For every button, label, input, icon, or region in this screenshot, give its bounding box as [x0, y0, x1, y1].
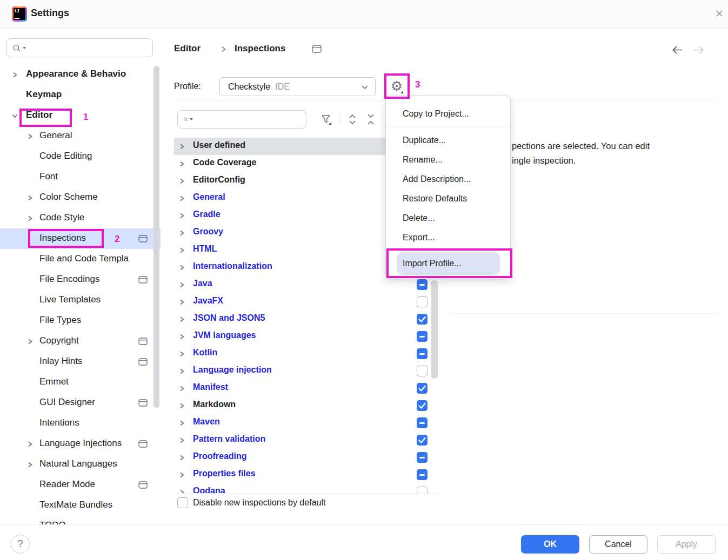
tree-row-properties-files[interactable]: Properties files: [174, 466, 439, 483]
breadcrumb-editor[interactable]: Editor: [174, 43, 201, 53]
tree-row-qodana[interactable]: Qodana: [174, 483, 439, 493]
footer-separator: [0, 524, 728, 525]
sidebar-search[interactable]: [6, 38, 153, 57]
tree-row-checkbox[interactable]: [417, 331, 428, 342]
sidebar-item-file-encodings[interactable]: File Encodings: [0, 269, 161, 290]
tree-row-language-injection[interactable]: Language injection: [174, 362, 439, 380]
tree-row-kotlin[interactable]: Kotlin: [174, 345, 439, 362]
tree-row-maven[interactable]: Maven: [174, 414, 439, 431]
sidebar-item-appearance-behavio[interactable]: Appearance & Behavio: [0, 64, 161, 85]
sidebar-item-file-types[interactable]: File Types: [0, 311, 161, 331]
sidebar-item-reader-mode[interactable]: Reader Mode: [0, 475, 161, 495]
sidebar-item-natural-languages[interactable]: Natural Languages: [0, 454, 161, 475]
close-button[interactable]: [712, 6, 726, 21]
tree-row-label: EditorConfig: [193, 175, 245, 185]
tree-row-pattern-validation[interactable]: Pattern validation: [174, 431, 439, 449]
apply-button[interactable]: Apply: [657, 535, 716, 554]
tree-row-markdown[interactable]: Markdown: [174, 397, 439, 414]
sidebar-item-gui-designer[interactable]: GUI Designer: [0, 393, 161, 413]
tree-row-proofreading[interactable]: Proofreading: [174, 449, 439, 466]
tree-row-checkbox[interactable]: [417, 452, 428, 463]
sidebar-item-inspections[interactable]: Inspections: [0, 228, 161, 249]
chevron-right-icon: [26, 441, 34, 448]
profile-select[interactable]: Checkstyle IDE: [219, 77, 376, 96]
tree-scrollbar-thumb[interactable]: [431, 280, 438, 379]
menu-item-import-profile[interactable]: Import Profile...: [397, 252, 500, 275]
menu-item-restore-defaults[interactable]: Restore Defaults: [386, 189, 510, 208]
sidebar-item-textmate-bundles[interactable]: TextMate Bundles: [0, 495, 161, 516]
sidebar-item-file-and-code-templa[interactable]: File and Code Templa: [0, 249, 161, 269]
profile-value: Checkstyle: [228, 82, 270, 92]
chevron-right-icon: [178, 316, 185, 323]
menu-separator: [386, 127, 510, 127]
sidebar-item-code-editing[interactable]: Code Editing: [0, 146, 161, 167]
sidebar-scrollbar-thumb[interactable]: [153, 66, 159, 408]
tree-row-javafx[interactable]: JavaFX: [174, 293, 439, 311]
filter-button[interactable]: [319, 112, 333, 126]
help-button[interactable]: ?: [11, 535, 30, 554]
chevron-right-icon: [26, 461, 34, 468]
menu-item-delete[interactable]: Delete...: [386, 208, 510, 228]
description-text-line-2: ingle inspection.: [512, 156, 576, 166]
tree-row-label: User defined: [193, 140, 245, 150]
sidebar-item-font[interactable]: Font: [0, 167, 161, 187]
chevron-right-icon: [178, 385, 185, 392]
expand-all-button[interactable]: [345, 112, 359, 126]
sidebar-item-todo[interactable]: TODO: [0, 516, 161, 524]
sidebar-item-language-injections[interactable]: Language Injections: [0, 434, 161, 454]
menu-item-duplicate[interactable]: Duplicate...: [386, 131, 510, 150]
ok-button[interactable]: OK: [521, 535, 579, 554]
tree-row-checkbox[interactable]: [417, 383, 428, 394]
cancel-button[interactable]: Cancel: [589, 535, 647, 554]
tree-row-manifest[interactable]: Manifest: [174, 380, 439, 397]
tree-row-checkbox[interactable]: [417, 469, 428, 480]
menu-item-add-description[interactable]: Add Description...: [386, 170, 510, 189]
inspections-search[interactable]: [177, 110, 306, 129]
tree-row-checkbox[interactable]: [417, 296, 428, 307]
tree-row-checkbox[interactable]: [417, 487, 428, 493]
tree-row-checkbox[interactable]: [417, 314, 428, 325]
chevron-right-icon: [178, 264, 185, 271]
sidebar-item-live-templates[interactable]: Live Templates: [0, 290, 161, 311]
profile-actions-button[interactable]: ⚙: [389, 78, 405, 95]
tree-row-jvm-languages[interactable]: JVM languages: [174, 328, 439, 345]
sidebar-item-label: File and Code Templa: [39, 253, 129, 264]
tree-row-json-and-json5[interactable]: JSON and JSON5: [174, 311, 439, 328]
sidebar-item-editor[interactable]: Editor: [0, 105, 161, 126]
window-icon: [138, 399, 148, 407]
sidebar-item-label: Color Scheme: [39, 192, 98, 203]
tree-row-label: Pattern validation: [193, 434, 265, 444]
sidebar-item-copyright[interactable]: Copyright: [0, 331, 161, 352]
tree-row-checkbox[interactable]: [417, 435, 428, 446]
sidebar-search-input[interactable]: [29, 43, 152, 53]
tree-row-checkbox[interactable]: [417, 400, 428, 411]
tree-row-checkbox[interactable]: [417, 366, 428, 376]
window-icon[interactable]: [312, 45, 322, 53]
sidebar-item-label: Natural Languages: [39, 458, 117, 469]
forward-button[interactable]: [693, 45, 704, 55]
chevron-right-icon: [178, 471, 185, 478]
tree-row-label: JVM languages: [193, 330, 256, 340]
sidebar-item-inlay-hints[interactable]: Inlay Hints: [0, 352, 161, 372]
collapse-all-button[interactable]: [364, 112, 378, 126]
sidebar-item-code-style[interactable]: Code Style: [0, 208, 161, 228]
checkmark-icon: [417, 383, 428, 394]
menu-item-copy-to-project[interactable]: Copy to Project...: [386, 104, 510, 124]
sidebar-item-emmet[interactable]: Emmet: [0, 372, 161, 393]
back-button[interactable]: [672, 45, 683, 55]
disable-new-inspections-checkbox[interactable]: [177, 497, 188, 508]
sidebar-item-keymap[interactable]: Keymap: [0, 85, 161, 105]
tree-row-checkbox[interactable]: [417, 348, 428, 359]
menu-item-rename[interactable]: Rename...: [386, 150, 510, 170]
tree-row-checkbox[interactable]: [417, 417, 428, 428]
sidebar-item-color-scheme[interactable]: Color Scheme: [0, 187, 161, 208]
sidebar-item-label: Appearance & Behavio: [26, 69, 126, 79]
menu-item-export[interactable]: Export...: [386, 228, 510, 247]
inspections-search-input[interactable]: [196, 114, 306, 125]
sidebar-item-general[interactable]: General: [0, 126, 161, 146]
sidebar-item-label: Inspections: [39, 233, 86, 244]
sidebar-item-intentions[interactable]: Intentions: [0, 413, 161, 434]
sidebar-item-label: Code Editing: [39, 151, 92, 161]
annotation-label-1: 1: [83, 112, 88, 123]
tree-row-checkbox[interactable]: [417, 279, 428, 290]
